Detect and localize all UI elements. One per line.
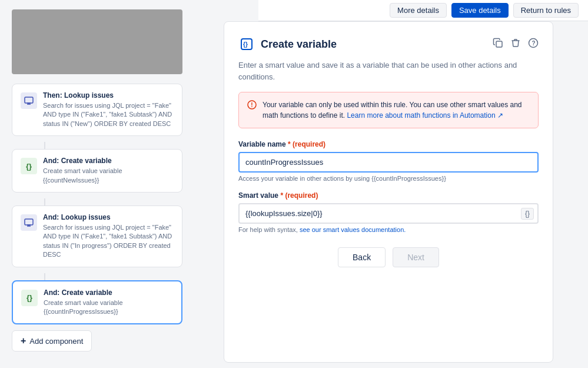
smart-value-label: Smart value * (required) [238, 191, 539, 200]
step-2-title: And: Create variable [43, 157, 174, 165]
svg-text:{}: {} [243, 41, 248, 48]
smart-value-input[interactable] [238, 203, 539, 224]
connector-2 [44, 198, 45, 205]
monitor-icon-1 [21, 92, 37, 109]
info-banner-link[interactable]: Learn more about math functions in Autom… [347, 111, 503, 120]
create-variable-icon: {} [238, 36, 255, 52]
smart-value-hint: For help with syntax, see our smart valu… [238, 226, 539, 233]
panel-description: Enter a smart value and save it as a var… [238, 59, 539, 82]
step-4-title: And: Create variable [44, 289, 173, 297]
top-bar: More details Save details Return to rule… [258, 0, 588, 21]
step-1-title: Then: Lookup issues [43, 91, 174, 100]
info-banner-text: Your variable can only be used within th… [263, 100, 530, 121]
svg-text:!: ! [251, 102, 253, 108]
step-4-desc: Create smart value variable {{countInPro… [44, 299, 173, 317]
left-panel: Then: Lookup issues Search for issues us… [0, 0, 218, 368]
panel-header: {} Create variable ? [238, 36, 539, 52]
info-banner-icon: ! [247, 100, 257, 113]
step-3-title: And: Lookup issues [43, 213, 174, 221]
variable-name-input[interactable] [238, 152, 539, 173]
connector-1 [44, 142, 45, 149]
plus-icon: + [21, 336, 26, 346]
copy-icon[interactable] [493, 38, 503, 51]
step-3-content: And: Lookup issues Search for issues usi… [43, 213, 174, 260]
connector-3 [44, 273, 45, 280]
variable-name-label: Variable name * (required) [238, 140, 539, 148]
step-1-content: Then: Lookup issues Search for issues us… [43, 91, 174, 128]
step-card-2[interactable]: {} And: Create variable Create smart val… [12, 149, 182, 193]
info-banner: ! Your variable can only be used within … [238, 92, 539, 128]
smart-value-row: {} [238, 203, 539, 224]
thumbnail [12, 9, 182, 74]
panel-title-group: {} Create variable [238, 36, 337, 52]
help-icon[interactable]: ? [528, 38, 539, 51]
step-2-desc: Create smart value variable {{countNewIs… [43, 167, 174, 185]
more-details-button[interactable]: More details [390, 3, 447, 18]
step-card-4[interactable]: {} And: Create variable Create smart val… [12, 280, 182, 325]
add-component-button[interactable]: + Add component [12, 330, 92, 352]
monitor-icon-3 [21, 214, 37, 231]
panel-actions: ? [493, 38, 539, 51]
step-3-desc: Search for issues using JQL project = "F… [43, 223, 174, 260]
step-4-content: And: Create variable Create smart value … [44, 289, 173, 317]
save-details-button[interactable]: Save details [451, 3, 509, 18]
svg-rect-0 [25, 97, 33, 103]
step-1-desc: Search for issues using JQL project = "F… [43, 101, 174, 128]
panel-title: Create variable [261, 38, 337, 51]
smart-value-toggle-button[interactable]: {} [521, 208, 534, 220]
step-2-content: And: Create variable Create smart value … [43, 157, 174, 185]
delete-icon[interactable] [510, 38, 521, 51]
step-card-3[interactable]: And: Lookup issues Search for issues usi… [12, 205, 182, 267]
step-card-1[interactable]: Then: Lookup issues Search for issues us… [12, 84, 182, 136]
svg-rect-4 [25, 219, 33, 225]
right-panel: {} Create variable ? [224, 21, 553, 363]
return-to-rules-button[interactable]: Return to rules [513, 3, 579, 18]
action-row: Back Next [238, 247, 539, 267]
back-button[interactable]: Back [338, 247, 386, 267]
curly-icon-4: {} [21, 290, 38, 306]
svg-rect-10 [496, 41, 502, 47]
variable-name-hint: Access your variable in other actions by… [238, 175, 539, 182]
curly-icon-2: {} [21, 158, 37, 174]
add-component-label: Add component [29, 337, 83, 346]
svg-text:?: ? [532, 40, 536, 47]
next-button[interactable]: Next [393, 247, 439, 267]
smart-values-doc-link[interactable]: see our smart values documentation. [300, 226, 406, 233]
